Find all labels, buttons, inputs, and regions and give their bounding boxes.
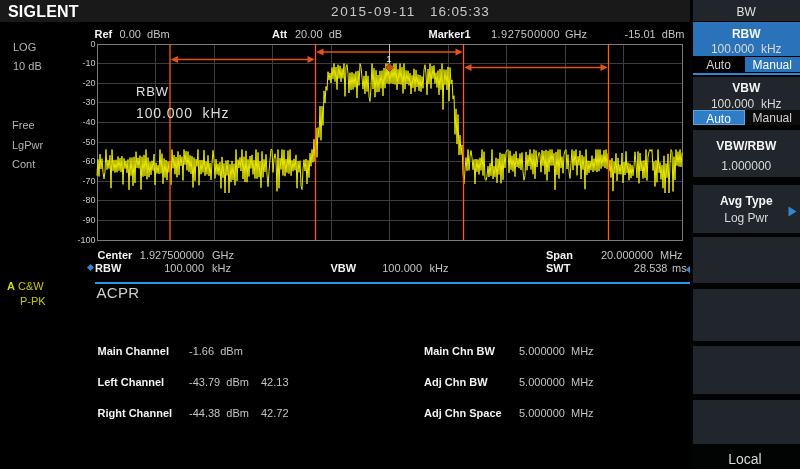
svg-text:1: 1 (386, 53, 391, 64)
